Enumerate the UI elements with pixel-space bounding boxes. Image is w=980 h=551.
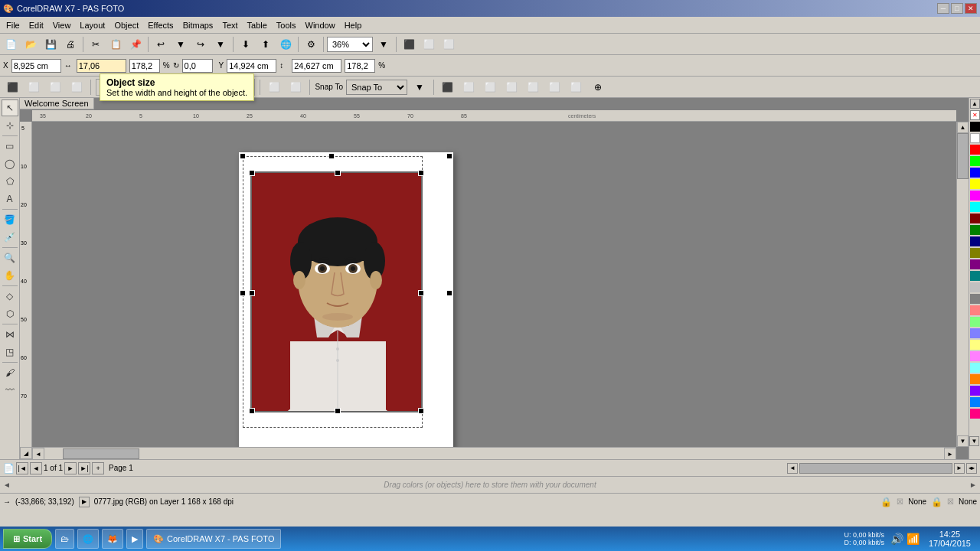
- hscroll-right[interactable]: ►: [954, 463, 965, 474]
- swatch-green[interactable]: [970, 156, 980, 166]
- swatch-darkred[interactable]: [970, 214, 980, 223]
- swatch-violet[interactable]: [970, 386, 980, 396]
- swatch-lightgreen[interactable]: [970, 317, 980, 327]
- swatch-teal[interactable]: [970, 271, 980, 281]
- open-button[interactable]: 📂: [21, 36, 40, 53]
- scroll-up-button[interactable]: ▲: [957, 122, 969, 133]
- menu-help[interactable]: Help: [340, 18, 367, 33]
- bitmapbar-icon13[interactable]: ⬜: [567, 79, 586, 96]
- options-button[interactable]: ⚙: [302, 36, 320, 53]
- bitmapbar-icon5[interactable]: ⬜: [265, 79, 283, 96]
- bitmap-icon1[interactable]: ⬛: [3, 79, 21, 96]
- canvas-inner[interactable]: [32, 122, 956, 447]
- width-input[interactable]: [77, 59, 126, 73]
- eyedropper-tool[interactable]: 💉: [2, 229, 18, 246]
- menu-table[interactable]: Table: [243, 18, 272, 33]
- menu-text[interactable]: Text: [217, 18, 242, 33]
- handle-ml[interactable]: [249, 290, 255, 296]
- undo-button[interactable]: ↩: [152, 36, 170, 53]
- minimize-button[interactable]: ─: [937, 3, 949, 14]
- bitmap-icon3[interactable]: ⬜: [46, 79, 64, 96]
- menu-object[interactable]: Object: [109, 18, 143, 33]
- height-percent-input[interactable]: [345, 59, 375, 73]
- bitmapbar-icon14[interactable]: ⊕: [589, 79, 607, 96]
- swatch-none[interactable]: ✕: [970, 110, 980, 120]
- swatch-skyblue[interactable]: [970, 397, 980, 407]
- info-icon[interactable]: ▶: [79, 497, 90, 507]
- export-button[interactable]: ⬆: [256, 36, 275, 53]
- bitmapbar-icon9[interactable]: ⬜: [482, 79, 500, 96]
- swatch-red[interactable]: [970, 145, 980, 155]
- zoom-dropdown-arrow[interactable]: ▼: [374, 36, 393, 53]
- publish-button[interactable]: 🌐: [276, 36, 295, 53]
- handle-tl-outer[interactable]: [240, 153, 246, 159]
- swatch-olive[interactable]: [970, 248, 980, 258]
- zoom-tool[interactable]: 🔍: [2, 249, 18, 266]
- x-input[interactable]: [11, 59, 61, 73]
- handle-tc-outer[interactable]: [328, 153, 335, 159]
- handle-ml-outer[interactable]: [240, 290, 246, 296]
- handle-tl[interactable]: [249, 170, 255, 176]
- bitmapbar-icon6[interactable]: ⬜: [286, 79, 305, 96]
- y-input[interactable]: [227, 59, 276, 73]
- width-percent-input[interactable]: [129, 59, 160, 73]
- contour-tool[interactable]: ⬡: [2, 305, 18, 322]
- ellipse-tool[interactable]: ◯: [2, 155, 18, 172]
- scroll-right-button[interactable]: ►: [944, 448, 956, 459]
- expand-icon[interactable]: →: [3, 497, 11, 506]
- swatch-darkblue[interactable]: [970, 236, 980, 246]
- menu-tools[interactable]: Tools: [272, 18, 301, 33]
- redo-dropdown[interactable]: ▼: [211, 36, 230, 53]
- swatch-silver[interactable]: [970, 282, 980, 292]
- menu-bitmaps[interactable]: Bitmaps: [178, 18, 218, 33]
- swatch-lightblue[interactable]: [970, 328, 980, 338]
- bitmapbar-icon8[interactable]: ⬜: [460, 79, 479, 96]
- swatch-cyan[interactable]: [970, 202, 980, 212]
- next-page-button[interactable]: ►: [64, 462, 77, 474]
- snap-dropdown-arrow[interactable]: ▼: [410, 79, 429, 96]
- expand-canvas-button[interactable]: ◢: [20, 447, 32, 459]
- bitmap-icon4[interactable]: ⬜: [67, 79, 86, 96]
- tb-icon3[interactable]: ⬜: [439, 36, 458, 53]
- welcome-screen-tab[interactable]: Welcome Screen: [20, 98, 94, 109]
- scroll-thumb-vertical[interactable]: [957, 133, 969, 179]
- volume-icon[interactable]: 🔊: [890, 533, 903, 545]
- close-button[interactable]: ✕: [965, 3, 977, 14]
- swatch-lightred[interactable]: [970, 305, 980, 315]
- bitmap-icon2[interactable]: ⬜: [24, 79, 43, 96]
- network-icon[interactable]: 📶: [906, 533, 920, 545]
- swatch-lightmagenta[interactable]: [970, 351, 980, 361]
- print-button[interactable]: 🖨: [61, 36, 80, 53]
- taskbar-media[interactable]: ▶: [126, 529, 143, 549]
- handle-tc[interactable]: [335, 170, 341, 176]
- swatch-magenta[interactable]: [970, 191, 980, 201]
- undo-dropdown[interactable]: ▼: [172, 36, 190, 53]
- text-tool[interactable]: A: [2, 191, 18, 207]
- taskbar-explorer[interactable]: 🗁: [55, 529, 74, 549]
- paste-button[interactable]: 📌: [126, 36, 145, 53]
- handle-tr-outer[interactable]: [446, 153, 452, 159]
- select-tool[interactable]: ↖: [2, 99, 18, 116]
- scroll-thumb-horizontal[interactable]: [63, 448, 139, 459]
- bitmapbar-icon10[interactable]: ⬜: [503, 79, 521, 96]
- handle-tr[interactable]: [418, 170, 424, 176]
- height-input[interactable]: [292, 59, 341, 73]
- blend-tool[interactable]: ⋈: [2, 326, 18, 343]
- taskbar-firefox[interactable]: 🦊: [102, 529, 123, 549]
- palette-top-arrow[interactable]: ▲: [970, 99, 980, 109]
- zoom-dropdown[interactable]: 36% 50% 100%: [327, 37, 373, 52]
- bitmapbar-icon7[interactable]: ⬛: [439, 79, 457, 96]
- handle-bc[interactable]: [335, 408, 341, 414]
- color-drag-arrow[interactable]: ◄: [3, 481, 11, 489]
- freehand-tool[interactable]: ⊹: [2, 117, 18, 134]
- copy-button[interactable]: 📋: [106, 36, 125, 53]
- menu-file[interactable]: File: [2, 18, 24, 33]
- menu-view[interactable]: View: [48, 18, 76, 33]
- canvas-area[interactable]: Welcome Screen 35 20 5 10 25 40 55 70 85…: [20, 98, 969, 459]
- menu-edit[interactable]: Edit: [24, 18, 48, 33]
- color-drag-arrow-right[interactable]: ►: [969, 481, 977, 489]
- extrude-tool[interactable]: ◳: [2, 344, 18, 360]
- scrollbar-right[interactable]: ▲ ▼: [956, 122, 969, 447]
- tb-icon1[interactable]: ⬛: [400, 36, 418, 53]
- add-page-button[interactable]: +: [92, 462, 104, 474]
